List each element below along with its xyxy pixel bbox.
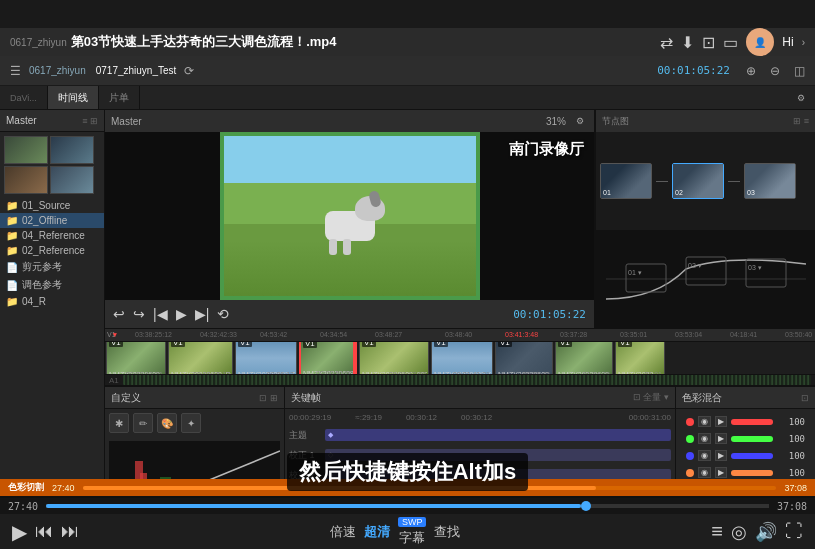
next-button[interactable]: ⏭ [61,521,79,542]
tab-timeline[interactable]: 时间线 [48,86,99,109]
clip-3[interactable]: V1 NMZY20220608_D10B... 00:06:13 [235,342,297,375]
blue-slider-bar[interactable] [731,453,773,459]
viewer-timecode: 00:01:05:22 [513,308,586,321]
tool-pen[interactable]: ✏ [133,413,153,433]
progress-thumb[interactable] [581,501,591,511]
red-slider-bar[interactable] [731,419,773,425]
workspace-settings-btn[interactable]: ⚙ [793,91,809,105]
volume-icon[interactable]: 🔊 [755,521,777,543]
bin-02-offline[interactable]: 📁 02_Offline [0,213,104,228]
play-prev-btn[interactable]: |◀ [153,306,168,322]
tool-cursor[interactable]: ✱ [109,413,129,433]
clip-6[interactable]: V1 NMZY20220608_S00... 00:01:41:21 [431,342,493,375]
top-toolbar: ☰ 0617_zhiyun 0717_zhiuyn_Test ⟳ 00:01:0… [0,56,815,86]
svg-text:02 ▾: 02 ▾ [688,262,702,269]
tab-list[interactable]: 片单 [99,86,140,109]
progress-track[interactable] [46,504,769,508]
fullscreen-icon[interactable]: ⛶ [785,521,803,542]
thumb-strip: 01 — 02 — 03 [596,132,815,230]
play-next-btn[interactable]: ▶| [195,306,210,322]
blue-eye-btn[interactable]: ◉ [698,450,711,461]
blue-slider-fill [731,453,773,459]
tool-magic[interactable]: ✦ [181,413,201,433]
video-preview-frame [220,132,480,300]
folder-icon-4: 📁 [6,245,18,256]
audio-label: A1 [109,376,119,385]
prev-button[interactable]: ⏮ [35,521,53,542]
tab-davinci[interactable]: DaVi... [0,86,48,109]
viewer-settings-btn[interactable]: ⚙ [572,114,588,128]
clip-9[interactable]: V1 NMZY2022... 01:01 [615,342,665,375]
undo-btn[interactable]: ↩ [113,306,125,322]
speed-label[interactable]: 倍速 [330,523,356,541]
target-icon[interactable]: ◎ [731,521,747,543]
bin-04-r[interactable]: 📁 04_R [0,294,104,309]
green-slider-fill [731,436,773,442]
clip-9-number: V1 [618,342,632,347]
timeline-strip-bar[interactable] [83,486,777,490]
share-icon[interactable]: ⇄ [660,33,673,52]
clip-4[interactable]: V1 NMZY20220608_002... 00:00:51:00 [299,342,357,375]
bin-02-ref[interactable]: 📁 02_Reference [0,243,104,258]
node-track-main-bar[interactable]: ◆ [325,429,671,441]
custom-label: 自定义 [111,391,141,405]
thumb-node-01[interactable]: 01 [600,163,652,199]
clip-5[interactable]: V1 NMZY20220608_002... 00:01:17:00 [359,342,429,375]
user-avatar: 👤 [746,28,774,56]
crop-icon[interactable]: ⊡ [702,33,715,52]
find-label[interactable]: 查找 [434,523,460,541]
tool-color[interactable]: 🎨 [157,413,177,433]
clip-1[interactable]: V1 NMZY20220608_D... 00:00:12:21 [106,342,166,375]
fit-btn[interactable]: ◫ [790,62,809,80]
blue-arrow-btn[interactable]: ▶ [715,450,727,461]
clip-8[interactable]: V1 NMZY20220608_D... 01:04:18 [555,342,613,375]
thumb-node-03[interactable]: 03 [744,163,796,199]
title-bar: 0617_zhiyun 第03节快速上手达芬奇的三大调色流程！.mp4 ⇄ ⬇ … [0,28,815,56]
ruler-num-10: 03:53:04 [675,331,702,338]
red-arrow-btn[interactable]: ▶ [715,416,727,427]
play-button[interactable]: ▶ [12,520,27,544]
thumb-node-02[interactable]: 02 [672,163,724,199]
orange-slider-bar[interactable] [731,470,773,476]
svg-text:03 ▾: 03 ▾ [748,264,762,271]
green-slider-bar[interactable] [731,436,773,442]
zoom-in-btn[interactable]: ⊕ [742,62,760,80]
subtitle-label[interactable]: 字幕 [399,529,425,547]
bin-jy-ref[interactable]: 📄 剪元参考 [0,258,104,276]
green-eye-btn[interactable]: ◉ [698,433,711,444]
title-right-controls: ⇄ ⬇ ⊡ ▭ 👤 Hi › [660,28,805,56]
bin-01-source[interactable]: 📁 01_Source [0,198,104,213]
dog-figure [315,191,385,241]
controls-row: ▶ ⏮ ⏭ 倍速 超清 SWP 字幕 查找 ≡ ◎ 🔊 ⛶ [0,514,815,549]
timeline-strip-time-right: 37:08 [784,483,807,493]
color-mix-label: 色彩混合 [682,391,722,405]
screen-icon[interactable]: ▭ [723,33,738,52]
zoom-out-btn[interactable]: ⊖ [766,62,784,80]
doc-icon-2: 📄 [6,280,18,291]
clip-2[interactable]: V1 NMZY20220608_D09... 00:00:15:17 [168,342,233,375]
redo-btn[interactable]: ↪ [133,306,145,322]
loop-btn[interactable]: ⟲ [217,306,229,322]
orange-eye-btn[interactable]: ◉ [698,467,711,478]
viewer-zoom: 31% [546,116,566,127]
swp-badge-1: SWP [398,517,427,527]
bin-04-ref[interactable]: 📁 04_Reference [0,228,104,243]
toolbar-menu-btn[interactable]: ☰ [6,62,25,80]
audio-waveform [123,375,811,385]
orange-arrow-btn[interactable]: ▶ [715,467,727,478]
toolbar-loop-btn[interactable]: ⟳ [180,62,198,80]
download-icon[interactable]: ⬇ [681,33,694,52]
node-track-main-label: 主题 [289,429,321,442]
red-eye-btn[interactable]: ◉ [698,416,711,427]
bin-color-ref[interactable]: 📄 调色参考 [0,276,104,294]
play-btn[interactable]: ▶ [176,306,187,322]
hd-label[interactable]: 超清 [364,523,390,541]
node-track-1-bar[interactable]: ◇ [325,449,671,461]
green-arrow-btn[interactable]: ▶ [715,433,727,444]
list-icon[interactable]: ≡ [711,520,723,543]
clip-7[interactable]: V1 NMZY20220608_3096... 00:01:43 [495,342,553,375]
kf-time-mid3: 00:30:12 [461,413,492,422]
clip-6-number: V1 [434,342,448,347]
right-viewer-label: 节点图 [602,115,629,128]
slider-row-blue: ◉ ▶ 100 [680,447,811,464]
